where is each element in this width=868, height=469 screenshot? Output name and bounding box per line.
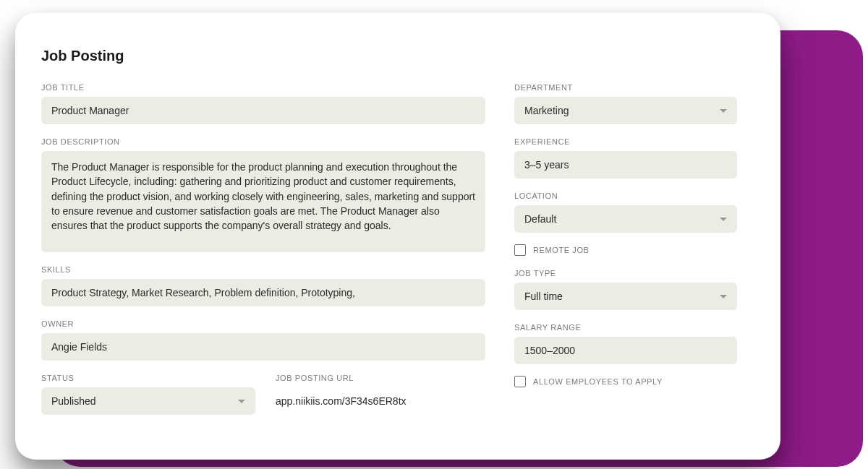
- posting-url-label: JOB POSTING URL: [276, 374, 485, 382]
- location-label: LOCATION: [514, 192, 737, 200]
- allow-employees-label: ALLOW EMPLOYEES TO APPLY: [533, 377, 663, 386]
- salary-range-group: SALARY RANGE: [514, 323, 737, 364]
- job-type-value: Full time: [524, 291, 563, 302]
- status-select[interactable]: Published: [41, 387, 255, 415]
- job-type-group: JOB TYPE Full time: [514, 269, 737, 310]
- department-value: Marketing: [524, 105, 569, 116]
- allow-employees-checkbox[interactable]: [514, 376, 526, 387]
- salary-range-label: SALARY RANGE: [514, 323, 737, 332]
- job-description-textarea[interactable]: [41, 151, 485, 252]
- caret-down-icon: [720, 218, 727, 221]
- right-column: DEPARTMENT Marketing EXPERIENCE LOCATION…: [514, 83, 737, 400]
- department-group: DEPARTMENT Marketing: [514, 83, 737, 124]
- experience-group: EXPERIENCE: [514, 137, 737, 178]
- skills-group: SKILLS: [41, 265, 485, 306]
- status-value: Published: [51, 395, 96, 407]
- owner-group: OWNER: [41, 319, 485, 361]
- skills-input[interactable]: [41, 279, 485, 306]
- job-description-group: JOB DESCRIPTION: [41, 137, 485, 252]
- status-label: STATUS: [41, 374, 255, 382]
- left-column: JOB TITLE JOB DESCRIPTION SKILLS OWNER: [41, 83, 485, 428]
- location-select[interactable]: Default: [514, 205, 737, 233]
- remote-job-label: REMOTE JOB: [533, 246, 590, 254]
- owner-input[interactable]: [41, 333, 485, 361]
- allow-employees-row: ALLOW EMPLOYEES TO APPLY: [514, 376, 737, 387]
- caret-down-icon: [238, 400, 245, 403]
- experience-input[interactable]: [514, 151, 737, 178]
- caret-down-icon: [720, 295, 727, 298]
- job-title-label: JOB TITLE: [41, 83, 485, 92]
- bottom-row: STATUS Published JOB POSTING URL app.nii…: [41, 374, 485, 428]
- job-description-label: JOB DESCRIPTION: [41, 137, 485, 146]
- job-type-label: JOB TYPE: [514, 269, 737, 277]
- remote-job-checkbox[interactable]: [514, 244, 526, 256]
- department-select[interactable]: Marketing: [514, 97, 737, 124]
- posting-url-group: JOB POSTING URL app.niikiis.com/3F34s6ER…: [276, 374, 485, 407]
- page-title: Job Posting: [41, 48, 752, 64]
- job-title-input[interactable]: [41, 97, 485, 124]
- status-group: STATUS Published: [41, 374, 255, 415]
- caret-down-icon: [720, 109, 727, 113]
- owner-label: OWNER: [41, 319, 485, 328]
- department-label: DEPARTMENT: [514, 83, 737, 92]
- skills-label: SKILLS: [41, 265, 485, 274]
- job-posting-card: Job Posting JOB TITLE JOB DESCRIPTION SK…: [15, 13, 780, 460]
- remote-job-row: REMOTE JOB: [514, 244, 737, 256]
- posting-url-value: app.niikiis.com/3F34s6ER8tx: [276, 387, 485, 407]
- form-grid: JOB TITLE JOB DESCRIPTION SKILLS OWNER: [41, 83, 752, 428]
- job-type-select[interactable]: Full time: [514, 283, 737, 310]
- location-group: LOCATION Default: [514, 192, 737, 233]
- job-title-group: JOB TITLE: [41, 83, 485, 124]
- location-value: Default: [524, 213, 556, 225]
- salary-range-input[interactable]: [514, 337, 737, 364]
- experience-label: EXPERIENCE: [514, 137, 737, 146]
